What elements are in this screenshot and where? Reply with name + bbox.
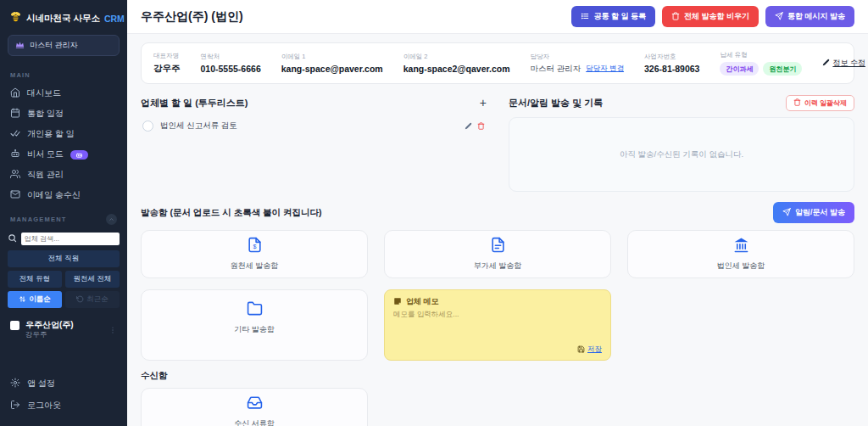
pencil-icon (822, 59, 830, 68)
company-manager: 강우주 (25, 330, 74, 340)
company-search (8, 231, 120, 246)
filter-all-types-button[interactable]: 전체 유형 (8, 271, 62, 288)
sidebar-item-dashboard[interactable]: 대시보드 (8, 83, 120, 104)
todo-text: 법인세 신고서류 검토 (160, 121, 458, 132)
search-icon (8, 231, 17, 246)
filter-row-types: 전체 유형 원천세 전체 (8, 271, 120, 288)
sidebar-item-label: 통합 일정 (27, 108, 64, 120)
sidebar-item-email[interactable]: 이메일 송수신 (8, 185, 120, 205)
send-integrated-message-button[interactable]: 통합 메시지 발송 (765, 6, 854, 27)
company-search-input[interactable] (21, 233, 120, 245)
history-empty-state: 아직 발송/수신된 기록이 없습니다. (509, 117, 854, 192)
field-phone: 연락처 010-5555-6666 (201, 53, 261, 74)
change-assignee-link[interactable]: 담당자 변경 (586, 64, 624, 74)
master-admin-label: 마스터 관리자 (30, 40, 78, 51)
sidebar-item-assistant-mode[interactable]: 비서 모드 (8, 144, 120, 165)
field-assignee: 담당자 마스터 관리자 담당자 변경 (531, 53, 625, 75)
company-list-item[interactable]: 우주산업(주) 강우주 (8, 311, 120, 348)
gear-icon (10, 378, 20, 390)
sidebar-item-label: 개인용 할 일 (27, 128, 75, 140)
memo-textarea[interactable] (393, 310, 602, 345)
sidebar-item-label: 이메일 송수신 (27, 189, 81, 201)
more-options-icon[interactable] (108, 322, 117, 338)
sidebar: 시네마천국 사무소 CRM 마스터 관리자 MAIN 대시보드 통합 일정 개인 (0, 0, 127, 426)
svg-text:$: $ (253, 244, 256, 250)
sidebar-item-app-settings[interactable]: 앱 설정 (8, 373, 120, 394)
crown-icon (15, 40, 25, 51)
received-documents-card[interactable]: 수신 서류함 (141, 388, 368, 426)
sidebar-item-label: 대시보드 (27, 87, 61, 99)
receipt-icon (490, 237, 506, 256)
corporate-tax-outbox-card[interactable]: 법인세 발송함 (627, 230, 854, 278)
filter-all-staff-button[interactable]: 전체 직원 (8, 250, 120, 267)
sidebar-item-personal-todo[interactable]: 개인용 할 일 (8, 124, 120, 144)
add-todo-button[interactable]: + (480, 97, 487, 109)
edit-info-link[interactable]: 정보 수정 (822, 58, 865, 69)
send-icon (782, 208, 791, 218)
outbox-card-grid: $ 원천세 발송함 부가세 발송함 법인세 발송함 기타 발송함 (141, 230, 854, 361)
main-nav: 대시보드 통합 일정 개인용 할 일 비서 모드 직원 관리 이메일 송 (8, 83, 120, 205)
sort-by-recent-button[interactable]: 최근순 (65, 291, 120, 308)
memo-title: 업체 메모 (406, 296, 439, 307)
save-memo-button[interactable]: 저장 (577, 345, 602, 355)
bank-icon (733, 237, 749, 256)
topbar: 우주산업(주) (법인) 공통 할 일 등록 전체 발송함 비우기 통합 메시지… (127, 0, 868, 34)
withholding-tax-outbox-card[interactable]: $ 원천세 발송함 (141, 230, 368, 278)
outbox-title: 발송함 (문서 업로드 시 초록색 불이 켜집니다) (141, 207, 322, 219)
field-email-1: 이메일 1 kang-space@paver.com (281, 53, 383, 74)
todo-checkbox[interactable] (142, 121, 153, 132)
register-common-todo-button[interactable]: 공통 할 일 등록 (571, 6, 655, 27)
vat-outbox-card[interactable]: 부가세 발송함 (384, 230, 611, 278)
trash-icon (671, 12, 680, 22)
checklist-icon (10, 128, 20, 140)
clear-history-button[interactable]: 이력 일괄삭제 (786, 95, 854, 111)
grid-spacer (627, 289, 854, 361)
empty-all-outbox-button[interactable]: 전체 발송함 비우기 (662, 6, 759, 27)
sidebar-item-label: 앱 설정 (27, 378, 55, 390)
field-email-2: 이메일 2 kang-space2@qaver.com (403, 53, 510, 74)
edit-todo-button[interactable] (465, 122, 472, 130)
assistant-badge-icon (70, 150, 88, 160)
sidebar-item-staff[interactable]: 직원 관리 (8, 165, 120, 185)
etc-outbox-card[interactable]: 기타 발송함 (141, 289, 368, 361)
send-notification-document-button[interactable]: 알림/문서 발송 (773, 202, 854, 223)
field-ceo-name: 대표자명 강우주 (153, 52, 181, 75)
calendar-icon (10, 108, 20, 120)
sort-by-name-button[interactable]: 이름순 (8, 291, 62, 308)
bee-logo-icon (9, 10, 22, 26)
management-section-label: MANAGEMENT (10, 214, 117, 225)
inbox-card-grid: 수신 서류함 (141, 388, 854, 426)
main-area: 우주산업(주) (법인) 공통 할 일 등록 전체 발송함 비우기 통합 메시지… (127, 0, 868, 426)
sidebar-item-schedule[interactable]: 통합 일정 (8, 104, 120, 124)
delete-todo-button[interactable] (477, 122, 485, 130)
save-icon (577, 345, 585, 355)
logout-icon (10, 400, 20, 412)
field-tax-type: 납세 유형 간이과세 원천분기 (720, 51, 802, 76)
outbox-header: 발송함 (문서 업로드 시 초록색 불이 켜집니다) 알림/문서 발송 (141, 202, 854, 223)
content: 대표자명 강우주 연락처 010-5555-6666 이메일 1 kang-sp… (127, 34, 868, 426)
todo-item: 법인세 신고서류 검토 (141, 116, 487, 136)
sidebar-item-logout[interactable]: 로그아웃 (8, 395, 120, 416)
users-icon (10, 169, 20, 181)
field-business-number: 사업자번호 326-81-89063 (644, 53, 699, 74)
page-title: 우주산업(주) (법인) (141, 9, 243, 25)
history-icon (76, 295, 84, 305)
folder-icon (247, 300, 263, 320)
master-admin-button[interactable]: 마스터 관리자 (8, 35, 120, 56)
send-icon (775, 12, 783, 22)
sidebar-footer: 앱 설정 로그아웃 (8, 373, 120, 416)
todo-column: 업체별 할 일 (투두리스트) + 법인세 신고서류 검토 (141, 95, 487, 192)
company-name: 우주산업(주) (25, 319, 74, 330)
main-section-label: MAIN (10, 71, 117, 79)
history-title: 문서/알림 발송 및 기록 (509, 97, 603, 109)
management-collapse-button[interactable] (106, 214, 117, 225)
filter-withholding-all-button[interactable]: 원천세 전체 (65, 271, 120, 288)
company-checkbox[interactable] (10, 321, 19, 330)
topbar-actions: 공통 할 일 등록 전체 발송함 비우기 통합 메시지 발송 (571, 6, 854, 27)
home-icon (10, 87, 20, 99)
sort-icon (19, 295, 26, 305)
memo-icon (393, 297, 402, 307)
list-icon (581, 12, 589, 22)
filter-row-sort: 이름순 최근순 (8, 291, 120, 308)
history-column: 문서/알림 발송 및 기록 이력 일괄삭제 아직 발송/수신된 기록이 없습니다… (509, 95, 854, 192)
